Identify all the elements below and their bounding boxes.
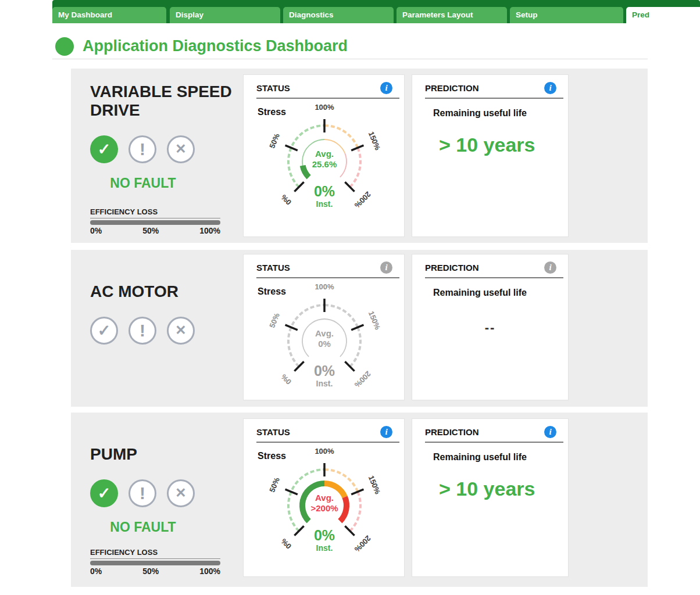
fault-status: NO FAULT [90,175,196,191]
tab-display[interactable]: Display [170,7,280,23]
gauge-tick-label: 50% [267,476,281,493]
title-divider [52,59,648,59]
tab-prediction[interactable]: Pred [626,7,700,23]
remaining-life-label: Remaining useful life [433,108,568,119]
equipment-info: AC MOTOR ✓ ! ✕ [90,250,241,345]
info-icon[interactable]: i [380,82,392,94]
equipment-panel-pump: PUMP ✓ ! ✕ NO FAULT EFFICIENCY LOSS 0% 5… [71,413,648,587]
fault-status: NO FAULT [90,519,196,535]
equipment-info: VARIABLE SPEED DRIVE ✓ ! ✕ NO FAULT EFFI… [90,69,241,235]
prediction-header: PREDICTION [425,263,479,273]
ok-check-icon: ✓ [90,135,118,163]
cross-glyph: ✕ [175,141,186,157]
gauge-inst-value: 0% [314,527,335,543]
status-header: STATUS [256,427,290,437]
info-icon[interactable]: i [544,82,556,94]
stress-gauge: 0%50%100%150%200%Avg.0%0%Inst. [244,279,405,396]
equipment-name: PUMP [90,445,241,464]
exclamation-glyph: ! [140,321,145,340]
error-icon: ✕ [167,479,195,507]
check-glyph: ✓ [98,321,111,340]
gauge-inst-value: 0% [314,363,335,379]
status-header: STATUS [256,263,290,273]
tab-setup[interactable]: Setup [510,7,623,23]
prediction-card: PREDICTION i Remaining useful life > 10 … [412,418,569,577]
warning-icon: ! [128,479,156,507]
exclamation-glyph: ! [140,483,145,503]
scale-50: 50% [142,567,159,576]
scale-0: 0% [90,226,102,235]
gauge-tick-label: 0% [279,193,293,207]
page-title: Application Diagnostics Dashboard [83,37,348,55]
gauge-avg-value: >200% [310,503,338,513]
status-icons: ✓ ! ✕ [90,479,196,507]
gauge-tick-label: 50% [267,132,281,149]
gauge-tick-label: 200% [352,534,372,554]
efficiency-loss-block: EFFICIENCY LOSS 0% 50% 100% [90,548,220,576]
prediction-header: PREDICTION [425,427,479,437]
check-glyph: ✓ [98,140,111,159]
scale-100: 100% [199,567,220,576]
stress-gauge: 0%50%100%150%200%Avg.25.6%0%Inst. [244,100,405,216]
gauge-inst-label: Inst. [316,199,333,209]
check-glyph: ✓ [98,484,111,503]
equipment-panel-ac-motor: AC MOTOR ✓ ! ✕ STATUS i Stress 0%50%100%… [71,250,648,407]
cross-glyph: ✕ [175,322,186,338]
gauge-tick-label: 200% [352,370,372,389]
remaining-life-value: > 10 years [439,478,568,500]
scale-0: 0% [90,567,102,576]
warning-icon: ! [128,317,156,345]
gauge-inst-label: Inst. [316,379,333,388]
tab-my-dashboard[interactable]: My Dashboard [52,7,166,23]
cross-glyph: ✕ [175,485,186,501]
equipment-name: AC MOTOR [90,282,241,301]
info-icon[interactable]: i [544,426,556,438]
gauge-tick-label: 150% [367,474,383,496]
equipment-name: VARIABLE SPEED DRIVE [90,83,241,120]
status-header: STATUS [256,83,290,93]
header-underline [425,442,563,443]
gauge-inst-value: 0% [314,183,335,199]
gauge-tick-label: 50% [267,311,281,329]
gauge-tick-label: 100% [315,447,334,456]
remaining-life-label: Remaining useful life [433,288,568,298]
ok-check-icon: ✓ [90,317,118,345]
status-card: STATUS i Stress 0%50%100%150%200%Avg.25.… [243,74,405,237]
gauge-tick-label: 0% [279,537,293,551]
efficiency-loss-bar [90,220,220,225]
error-icon: ✕ [167,317,195,345]
gauge-tick-label: 100% [315,103,334,112]
stress-gauge: 0%50%100%150%200%Avg.>200%0%Inst. [244,444,405,560]
gauge-avg-value: 0% [318,339,331,349]
info-icon[interactable]: i [380,261,392,274]
gauge-avg-value: 25.6% [312,159,337,169]
exclamation-glyph: ! [140,139,145,159]
tab-parameters-layout[interactable]: Parameters Layout [397,7,507,23]
tab-diagnostics[interactable]: Diagnostics [283,7,394,23]
warning-icon: ! [128,135,156,163]
equipment-info: PUMP ✓ ! ✕ NO FAULT EFFICIENCY LOSS 0% 5… [90,413,241,576]
prediction-card: PREDICTION i Remaining useful life > 10 … [412,74,569,237]
efficiency-loss-scale: 0% 50% 100% [90,226,220,235]
header-underline [256,442,399,443]
gauge-tick-label: 200% [352,190,372,210]
header-underline [256,277,399,278]
gauge-avg-label: Avg. [315,328,334,338]
info-icon[interactable]: i [544,261,556,274]
status-icons: ✓ ! ✕ [90,317,196,345]
scale-50: 50% [142,226,159,235]
header-underline [256,98,399,99]
prediction-card: PREDICTION i Remaining useful life -- [412,254,569,400]
gauge-tick-label: 100% [315,282,334,291]
info-icon[interactable]: i [380,426,392,438]
status-card: STATUS i Stress 0%50%100%150%200%Avg.>20… [243,418,405,577]
gauge-tick-label: 150% [367,130,383,152]
ok-check-icon: ✓ [90,479,118,507]
title-dot-icon [55,37,74,56]
efficiency-loss-label: EFFICIENCY LOSS [90,548,220,559]
equipment-panel-vsd: VARIABLE SPEED DRIVE ✓ ! ✕ NO FAULT EFFI… [71,69,648,243]
prediction-header: PREDICTION [425,83,479,93]
top-tab-bar: My Dashboard Display Diagnostics Paramet… [52,0,700,23]
remaining-life-label: Remaining useful life [433,452,568,463]
scale-100: 100% [199,226,220,235]
